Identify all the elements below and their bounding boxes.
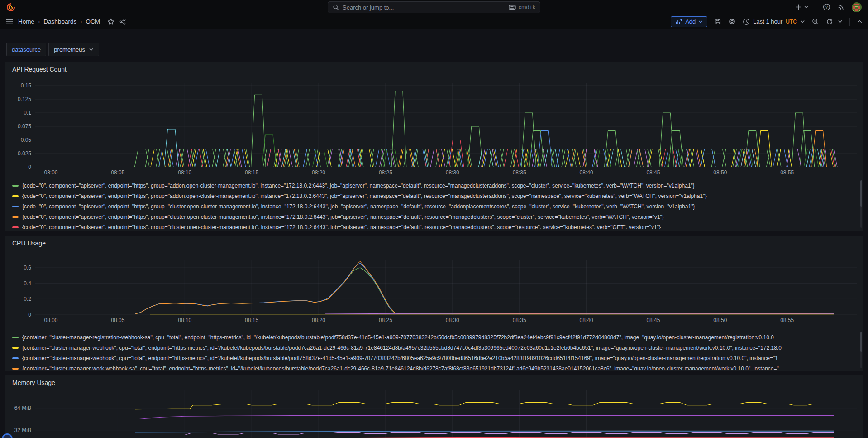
y-axis-label: 0.4	[8, 280, 31, 287]
refresh-interval-chevron-icon[interactable]	[838, 19, 843, 24]
dashboard-settings-button[interactable]	[728, 18, 736, 25]
time-range-picker[interactable]: Last 1 hour UTC	[743, 18, 805, 25]
legend-item[interactable]: {code="0", component="apiserver", endpoi…	[12, 222, 858, 229]
legend-swatch	[12, 185, 19, 187]
breadcrumb: Home › Dashboards › OCM	[18, 18, 100, 25]
zoom-out-time-button[interactable]	[812, 18, 819, 25]
legend-item-label: {code="0", component="apiserver", endpoi…	[22, 203, 695, 210]
refresh-button[interactable]	[826, 18, 843, 25]
x-axis-label: 08:20	[312, 317, 325, 323]
legend-swatch	[12, 347, 19, 349]
api-request-count-chart: 00.0250.050.0750.10.1250.1508:0008:0508:…	[5, 62, 863, 231]
help-button[interactable]: ?	[823, 3, 830, 11]
chart-legend: {container="cluster-manager-registration…	[12, 332, 858, 370]
y-axis-label: 0.1	[8, 110, 31, 116]
y-axis-label: 0.6	[8, 265, 31, 271]
mega-menu-button[interactable]	[5, 18, 14, 25]
y-axis-label: 0	[8, 164, 31, 170]
chart-canvas[interactable]	[35, 83, 857, 167]
variable-datasource-label[interactable]: datasource	[6, 43, 46, 56]
x-axis-label: 08:25	[379, 169, 392, 176]
x-axis-label: 08:00	[44, 169, 57, 176]
legend-item[interactable]: {code="0", component="apiserver", endpoi…	[12, 191, 858, 201]
x-axis-label: 08:20	[312, 169, 325, 176]
add-panel-button[interactable]: Add	[671, 16, 707, 27]
share-dashboard-button[interactable]	[119, 18, 126, 25]
breadcrumb-separator: ›	[80, 18, 82, 25]
news-icon[interactable]	[837, 3, 845, 11]
clock-icon	[743, 18, 750, 25]
x-axis-label: 08:15	[245, 317, 258, 323]
y-axis-label: 0.125	[8, 96, 31, 102]
legend-scrollbar[interactable]	[860, 180, 862, 228]
panel-memory-usage: Memory Usage 64 MiB32 MiB08:0008:0508:10…	[5, 375, 863, 438]
legend-item-label: {container="cluster-manager-webhook", cp…	[22, 355, 778, 361]
top-nav-bar: Search or jump to... cmd+k ?	[0, 0, 868, 14]
legend-item-label: {code="0", component="apiserver", endpoi…	[22, 224, 661, 229]
y-axis-label: 32 MiB	[8, 427, 31, 433]
legend-swatch	[12, 216, 19, 218]
y-axis-label: 0.05	[8, 137, 31, 143]
x-axis-label: 08:35	[513, 317, 526, 323]
legend-item-label: {code="0", component="apiserver", endpoi…	[22, 214, 664, 220]
plus-icon	[795, 4, 802, 10]
breadcrumb-current[interactable]: OCM	[86, 18, 100, 25]
x-axis-label: 08:45	[646, 317, 660, 323]
search-icon	[333, 4, 339, 10]
legend-item[interactable]: {container="cluster-manager-webhook", cp…	[12, 353, 858, 363]
chevron-down-icon	[800, 19, 805, 24]
x-axis-label: 08:00	[44, 317, 57, 323]
legend-scrollbar[interactable]	[860, 332, 862, 368]
y-axis-label: 0.025	[8, 150, 31, 157]
search-input[interactable]: Search or jump to... cmd+k	[328, 1, 540, 13]
y-axis-label: 0	[8, 312, 31, 318]
legend-item[interactable]: {code="0", component="apiserver", endpoi…	[12, 212, 858, 222]
y-axis-label: 0.15	[8, 82, 31, 89]
new-button[interactable]	[795, 4, 809, 10]
legend-item[interactable]: {container="cluster-manager-registration…	[12, 332, 858, 342]
variable-datasource-value[interactable]: prometheus	[48, 43, 99, 56]
svg-text:?: ?	[825, 5, 828, 10]
panel-cpu-usage: CPU Usage 00.20.40.608:0008:0508:1008:15…	[5, 236, 863, 371]
x-axis-label: 08:10	[178, 317, 191, 323]
y-axis-label: 0.075	[8, 123, 31, 130]
breadcrumb-home[interactable]: Home	[18, 18, 34, 25]
cpu-usage-chart: 00.20.40.608:0008:0508:1008:1508:2008:25…	[5, 236, 863, 371]
legend-swatch	[12, 195, 19, 197]
search-shortcut: cmd+k	[509, 4, 535, 10]
legend-item[interactable]: {code="0", component="apiserver", endpoi…	[12, 180, 858, 191]
legend-swatch	[12, 368, 19, 370]
user-avatar[interactable]	[852, 2, 862, 12]
legend-item-label: {container="cluster-manager-work-webhook…	[22, 366, 779, 370]
dashboard-toolbar: Home › Dashboards › OCM Add	[0, 14, 868, 29]
breadcrumb-separator: ›	[38, 18, 40, 25]
search-placeholder: Search or jump to...	[343, 4, 394, 11]
legend-item[interactable]: {container="cluster-manager-work-webhook…	[12, 364, 858, 370]
legend-item[interactable]: {code="0", component="apiserver", endpoi…	[12, 201, 858, 212]
breadcrumb-dashboards[interactable]: Dashboards	[43, 18, 76, 25]
star-dashboard-button[interactable]	[107, 18, 114, 25]
legend-item-label: {container="cluster-manager-registration…	[22, 334, 774, 341]
keyboard-icon	[509, 4, 516, 10]
x-axis-label: 08:05	[111, 169, 124, 176]
chart-canvas[interactable]	[35, 260, 857, 315]
legend-item[interactable]: {container="cluster-manager-webhook", cp…	[12, 342, 858, 353]
legend-item-label: {container="cluster-manager-webhook", cp…	[22, 345, 782, 351]
chart-canvas[interactable]	[35, 390, 857, 438]
chevron-down-icon	[698, 19, 703, 24]
y-axis-label: 64 MiB	[8, 405, 31, 411]
save-dashboard-button[interactable]	[714, 18, 721, 25]
x-axis-label: 08:05	[111, 317, 124, 323]
memory-usage-chart: 64 MiB32 MiB08:0008:0508:1008:1508:2008:…	[5, 375, 863, 438]
x-axis-label: 08:30	[446, 317, 459, 323]
legend-swatch	[12, 337, 19, 338]
divider	[816, 3, 816, 11]
time-range-label: Last 1 hour	[753, 18, 782, 25]
top-nav-actions: ?	[795, 2, 862, 12]
legend-swatch	[12, 226, 19, 228]
graph-bar-plus-icon	[675, 18, 682, 25]
x-axis-label: 08:55	[780, 317, 794, 323]
grafana-logo[interactable]	[6, 3, 15, 12]
template-variables-row: datasource prometheus	[6, 43, 868, 56]
kiosk-mode-button[interactable]	[857, 19, 863, 24]
